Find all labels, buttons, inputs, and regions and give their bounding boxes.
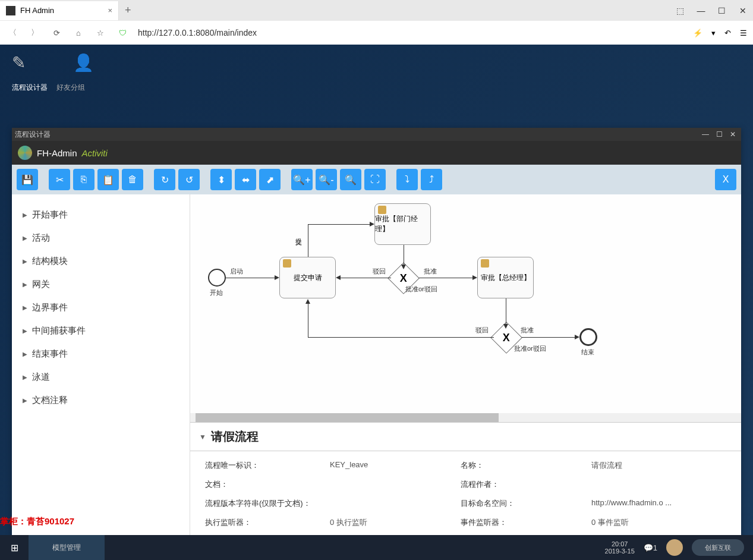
browser-tab[interactable]: FH Admin × <box>0 1 119 20</box>
flow-start-label: 启动 <box>230 267 243 276</box>
props-title: 请假流程 <box>211 429 259 445</box>
prop-version-label: 流程版本字符串(仅限于文档)： <box>205 498 330 509</box>
user-icon <box>283 259 291 268</box>
palette-gateways[interactable]: ▶网关 <box>18 273 184 296</box>
prop-id-value[interactable]: KEY_leave <box>330 460 461 471</box>
prop-event-label: 事件监听器： <box>461 517 591 528</box>
prop-version-value[interactable] <box>330 498 461 509</box>
end-event[interactable] <box>579 328 597 346</box>
palette-swimlanes[interactable]: ▶泳道 <box>18 366 184 389</box>
chat-icon[interactable]: 💬1 <box>644 543 657 552</box>
back-icon[interactable]: 〈 <box>6 26 19 39</box>
tab-bar: FH Admin × + ⬚ — ☐ ✕ <box>0 0 753 21</box>
inner-minimize-icon[interactable]: — <box>700 130 711 139</box>
palette-boundary-events[interactable]: ▶边界事件 <box>18 296 184 319</box>
flash-icon[interactable]: ⚡ <box>693 29 702 37</box>
copy-button[interactable]: ⎘ <box>73 169 94 190</box>
system-tray: 20:07 2019-3-15 💬1 创新互联 <box>596 539 753 556</box>
internal-tabs: 流程设计器 好友分组 <box>0 80 753 95</box>
favorite-icon[interactable]: ☆ <box>94 26 107 39</box>
prop-exec-value[interactable]: 0 执行监听 <box>330 517 461 528</box>
flow-reject2-label: 驳回 <box>475 326 489 335</box>
start-event[interactable] <box>208 269 226 287</box>
palette-structural[interactable]: ▶结构模块 <box>18 250 184 273</box>
flow-approve1-label: 批准 <box>424 267 437 276</box>
redo-button[interactable]: ↻ <box>154 169 175 190</box>
flow-reject1-label: 驳回 <box>373 267 386 276</box>
close-designer-button[interactable]: X <box>715 169 736 190</box>
chevron-down-icon[interactable]: ▾ <box>711 29 716 37</box>
palette-annotations[interactable]: ▶文档注释 <box>18 389 184 412</box>
tab-friends[interactable]: 好友分组 <box>56 83 85 93</box>
gateway2-label: 批准or驳回 <box>514 344 546 353</box>
prop-exec-label: 执行监听器： <box>205 517 330 528</box>
new-tab-button[interactable]: + <box>119 4 137 17</box>
person-icon[interactable]: 👤 <box>73 53 94 73</box>
prop-event-value[interactable]: 0 事件监听 <box>591 517 726 528</box>
horizontal-scrollbar[interactable] <box>190 413 741 422</box>
zoom-in-button[interactable]: 🔍+ <box>291 169 313 190</box>
tab-designer[interactable]: 流程设计器 <box>12 83 48 93</box>
bend-add-button[interactable]: ⤵ <box>396 169 418 190</box>
top-icons: ✎ 👤 <box>0 45 753 80</box>
task-general-manager[interactable]: 审批【总经理】 <box>477 257 534 298</box>
inner-close-icon[interactable]: ✕ <box>727 130 738 139</box>
align-h-button[interactable]: ⬌ <box>235 169 256 190</box>
window-close-icon[interactable]: ✕ <box>732 0 753 21</box>
palette-end-events[interactable]: ▶结束事件 <box>18 342 184 366</box>
zoom-reset-button[interactable]: 🔍 <box>340 169 361 190</box>
url-input[interactable] <box>138 28 684 37</box>
align-v-button[interactable]: ⬍ <box>210 169 232 190</box>
taskbar-item[interactable]: 模型管理 <box>29 535 105 560</box>
tab-close-icon[interactable]: × <box>108 6 112 15</box>
undo-button[interactable]: ↺ <box>178 169 200 190</box>
delete-button[interactable]: 🗑 <box>122 169 143 190</box>
zoom-fit-button[interactable]: ⛶ <box>364 169 386 190</box>
prop-author-value[interactable] <box>591 479 726 490</box>
prop-name-value[interactable]: 请假流程 <box>591 460 726 471</box>
logo-icon <box>18 146 32 160</box>
inner-maximize-icon[interactable]: ☐ <box>714 130 724 139</box>
same-size-button[interactable]: ⬈ <box>259 169 281 190</box>
prop-ns-value[interactable]: http://www.fhadmin.o ... <box>591 498 726 509</box>
save-button[interactable]: 💾 <box>17 169 38 190</box>
paste-button[interactable]: 📋 <box>97 169 119 190</box>
task-submit[interactable]: 提交申请 <box>279 257 336 298</box>
address-bar: 〈 〉 ⟳ ⌂ ☆ 🛡 ⚡ ▾ ↶ ☰ <box>0 21 753 45</box>
window-minimize-icon[interactable]: — <box>691 0 711 21</box>
end-label: 结束 <box>581 348 594 357</box>
undo-icon[interactable]: ↶ <box>724 29 731 37</box>
window-maximize-icon[interactable]: ☐ <box>711 0 732 21</box>
home-icon[interactable]: ⌂ <box>72 26 85 39</box>
taskbar: ⊞ 模型管理 20:07 2019-3-15 💬1 创新互联 <box>0 535 753 560</box>
inner-window-titlebar: 流程设计器 — ☐ ✕ <box>12 128 741 141</box>
prop-name-label: 名称： <box>461 460 591 471</box>
bend-remove-button[interactable]: ⤴ <box>421 169 442 190</box>
designer-window: 流程设计器 — ☐ ✕ FH-Admin Activiti 💾 ✂ ⎘ 📋 🗑 … <box>12 128 741 556</box>
props-header[interactable]: ▼ 请假流程 <box>190 423 741 451</box>
avatar[interactable] <box>666 539 683 556</box>
reload-icon[interactable]: ⟳ <box>50 26 63 39</box>
canvas-area: 开始 提交申请 审批【部门经理】 X 批准or驳回 审批【总经理】 X 批准or… <box>190 194 741 556</box>
window-controls: ⬚ — ☐ ✕ <box>670 0 753 21</box>
app-name: FH-Admin <box>37 148 77 158</box>
activiti-label: Activiti <box>82 148 108 158</box>
forward-icon[interactable]: 〉 <box>28 26 41 39</box>
flow-approve2-label: 批准 <box>521 326 534 335</box>
palette-start-events[interactable]: ▶开始事件 <box>18 203 184 226</box>
prop-ns-label: 目标命名空间： <box>461 498 591 509</box>
user-icon <box>481 259 489 268</box>
canvas[interactable]: 开始 提交申请 审批【部门经理】 X 批准or驳回 审批【总经理】 X 批准or… <box>190 194 741 413</box>
palette-activities[interactable]: ▶活动 <box>18 226 184 250</box>
menu-icon[interactable]: ☰ <box>740 29 747 37</box>
zoom-out-button[interactable]: 🔍- <box>316 169 337 190</box>
palette-catch-events[interactable]: ▶中间捕获事件 <box>18 319 184 342</box>
cut-button[interactable]: ✂ <box>49 169 70 190</box>
prop-id-label: 流程唯一标识： <box>205 460 330 471</box>
task-dept-manager[interactable]: 审批【部门经理】 <box>374 203 431 245</box>
start-button[interactable]: ⊞ <box>0 535 29 560</box>
compose-icon[interactable]: ✎ <box>12 53 26 73</box>
prop-doc-value[interactable] <box>330 479 461 490</box>
clock[interactable]: 20:07 2019-3-15 <box>605 540 635 555</box>
window-pin-icon[interactable]: ⬚ <box>670 0 691 21</box>
